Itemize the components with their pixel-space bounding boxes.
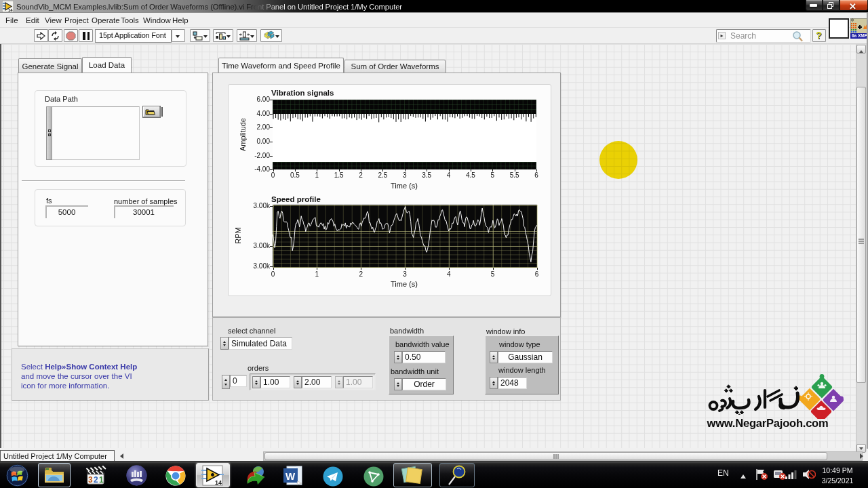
svg-text:2: 2 — [94, 475, 98, 485]
svg-text:14: 14 — [215, 479, 222, 486]
svg-text:1: 1 — [99, 475, 104, 485]
svg-text:W: W — [285, 470, 296, 482]
svg-text:3: 3 — [88, 475, 93, 485]
